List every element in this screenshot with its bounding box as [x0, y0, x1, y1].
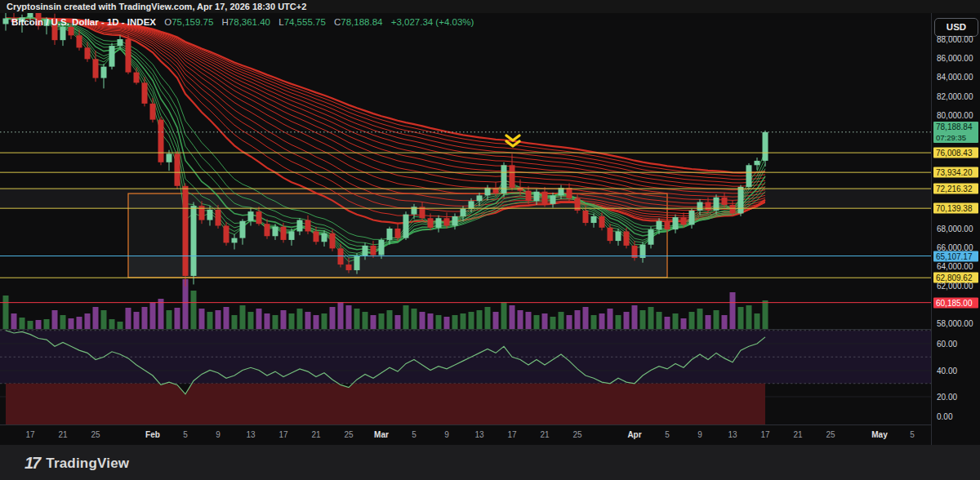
volume-bar [387, 310, 393, 330]
candle-body [167, 153, 172, 162]
close-value: 78,188.84 [341, 17, 382, 27]
candle-body [346, 264, 352, 270]
high-value: 78,361.40 [229, 17, 270, 27]
candle-body [126, 39, 131, 73]
volume-bar [256, 309, 262, 330]
time-tick-day: 25 [91, 430, 100, 439]
rsi-tick: 60.00 [937, 340, 957, 349]
volume-bar [575, 310, 581, 330]
candle-body [363, 246, 368, 256]
candle-body [314, 231, 319, 242]
rsi-tick: 40.00 [937, 366, 957, 375]
volume-bar [379, 313, 385, 330]
footer-bar: 17 TradingView [0, 445, 980, 480]
time-tick-day: 5 [910, 430, 915, 439]
candle-body [395, 229, 401, 238]
candle-body [354, 256, 360, 270]
volume-bar [697, 309, 703, 330]
time-tick-day: 13 [474, 430, 483, 439]
volume-bar [738, 307, 744, 330]
candle-body [69, 27, 74, 35]
candle-body [648, 229, 654, 245]
volume-bar [452, 315, 458, 330]
tradingview-logo-icon: 17 [24, 454, 39, 473]
candle-body [297, 220, 303, 232]
time-axis[interactable]: 172125Feb5913172125Mar5913172125Apr59131… [0, 424, 980, 445]
volume-bar [175, 308, 180, 330]
candle-body [240, 221, 246, 238]
time-tick-day: 13 [246, 430, 255, 439]
time-tick-day: 17 [760, 430, 769, 439]
volume-bar [85, 313, 91, 330]
candle-body [706, 202, 711, 211]
candle-body [207, 210, 213, 220]
volume-bar [167, 310, 172, 330]
volume-bar [681, 318, 687, 330]
candle-body [681, 217, 687, 224]
volume-bar [191, 291, 197, 330]
time-tick-day: 25 [572, 430, 581, 439]
volume-bar [599, 313, 605, 330]
time-tick-day: 21 [540, 430, 549, 439]
volume-bar [322, 313, 327, 330]
time-tick-day: 5 [183, 430, 188, 439]
candle-body [624, 231, 630, 245]
candle-body [265, 224, 270, 236]
volume-bar [648, 307, 654, 330]
price-chart-canvas[interactable] [0, 13, 931, 424]
volume-bar [412, 309, 417, 330]
price-axis[interactable]: USD 88,000.0086,000.0084,000.0082,000.00… [931, 13, 980, 445]
volume-bar [550, 317, 556, 330]
candle-body [191, 206, 197, 276]
candle-body [387, 229, 393, 240]
candle-body [322, 233, 327, 242]
time-tick-day: 5 [412, 430, 416, 439]
time-tick-day: 13 [728, 430, 737, 439]
tradingview-logo[interactable]: 17 TradingView [24, 454, 129, 473]
volume-bar [199, 309, 205, 330]
volume-bar [444, 317, 450, 330]
candle-body [444, 218, 450, 225]
tradingview-logo-text: TradingView [46, 456, 129, 472]
price-tick: 58,000.00 [937, 319, 973, 328]
close-label: C78,188.84 [334, 17, 382, 27]
volume-bar [60, 315, 66, 330]
candle-body [501, 165, 507, 193]
candle-body [371, 246, 376, 256]
candle-body [150, 104, 156, 120]
volume-bar [118, 322, 123, 330]
candle-body [3, 18, 9, 24]
volume-bar [126, 308, 131, 330]
time-tick-day: 17 [25, 430, 34, 439]
volume-bar [657, 312, 662, 330]
price-axis-badge: 78,188.8407:29:35 [933, 122, 978, 143]
rsi-tick: 20.00 [937, 393, 957, 402]
candle-body [60, 27, 66, 40]
candle-body [575, 198, 581, 211]
candle-body [616, 231, 621, 241]
price-axis-badge: 70,139.38 [933, 203, 978, 214]
volume-bar [28, 321, 33, 330]
price-axis-badge: 73,934.20 [933, 167, 978, 178]
candle-body [330, 233, 336, 249]
candle-body [567, 188, 572, 198]
candle-body [608, 228, 613, 241]
candle-body [657, 221, 662, 229]
volume-bar [297, 309, 303, 330]
low-label: L74,555.75 [278, 17, 326, 27]
time-tick-day: 21 [58, 430, 67, 439]
candle-body [118, 39, 123, 46]
candle-body [697, 202, 703, 211]
time-tick-day: 17 [507, 430, 516, 439]
volume-bar [77, 317, 82, 330]
volume-bar [493, 312, 499, 330]
volume-bar [371, 315, 376, 330]
high-label: H78,361.40 [222, 17, 270, 27]
candle-body [224, 226, 229, 243]
volume-bar [722, 315, 728, 330]
price-tick: 82,000.00 [937, 91, 973, 100]
candle-body [338, 248, 344, 264]
candle-body [755, 161, 760, 165]
time-tick-day: 21 [311, 430, 320, 439]
volume-bar [109, 319, 115, 330]
